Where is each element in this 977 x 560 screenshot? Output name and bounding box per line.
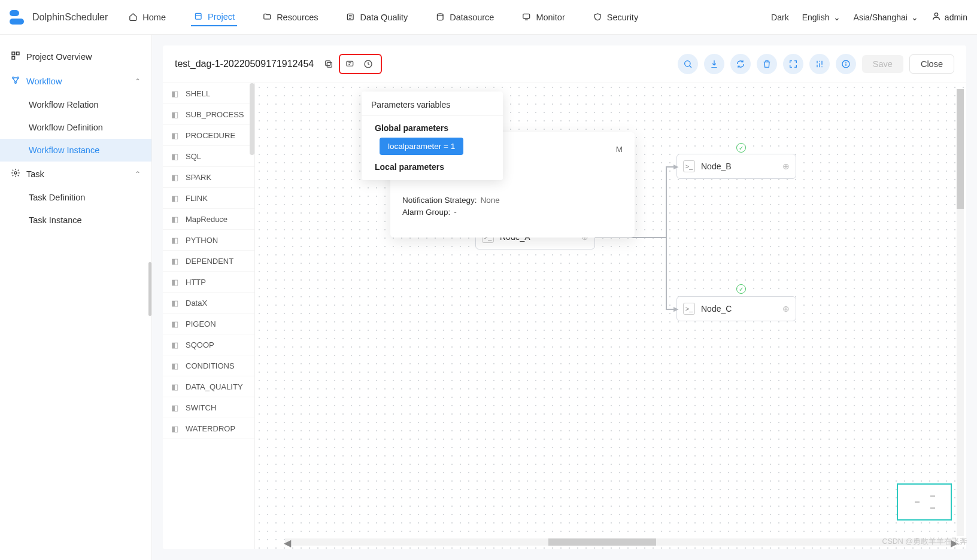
nav-data-quality[interactable]: Data Quality bbox=[343, 8, 410, 26]
palette-http[interactable]: ◧HTTP bbox=[163, 272, 254, 293]
global-param-chip[interactable]: localparameter = 1 bbox=[380, 138, 463, 155]
task-type-icon: ◧ bbox=[170, 256, 180, 266]
svg-point-22 bbox=[846, 62, 846, 63]
schedule-icon[interactable] bbox=[360, 56, 376, 72]
nav-datasource[interactable]: Datasource bbox=[433, 8, 496, 26]
parameters-icon[interactable] bbox=[342, 56, 358, 72]
palette-procedure[interactable]: ◧PROCEDURE bbox=[163, 125, 254, 146]
home-icon bbox=[128, 13, 138, 22]
language-select[interactable]: English ⌄ bbox=[802, 13, 841, 22]
svg-point-18 bbox=[685, 61, 690, 66]
timezone-select[interactable]: Asia/Shanghai ⌄ bbox=[854, 13, 918, 22]
arrow-icon: ▶ bbox=[673, 305, 678, 313]
save-button[interactable]: Save bbox=[862, 55, 903, 73]
nav-security[interactable]: Security bbox=[590, 8, 641, 26]
close-button[interactable]: Close bbox=[909, 54, 954, 74]
palette-data_quality[interactable]: ◧DATA_QUALITY bbox=[163, 376, 254, 397]
alarm-label: Alarm Group: bbox=[402, 208, 450, 217]
plus-icon[interactable]: ⊕ bbox=[782, 304, 790, 314]
palette-dependent[interactable]: ◧DEPENDENT bbox=[163, 251, 254, 272]
shell-task-icon: >_ bbox=[683, 160, 695, 172]
sidebar-project-overview[interactable]: Project Overview bbox=[0, 44, 151, 69]
info-suffix: M bbox=[616, 145, 623, 154]
task-type-icon: ◧ bbox=[170, 130, 180, 140]
task-type-icon: ◧ bbox=[170, 361, 180, 370]
canvas-hscroll[interactable]: ◀▶ bbox=[285, 538, 957, 546]
palette-switch[interactable]: ◧SWITCH bbox=[163, 397, 254, 418]
sidebar-task-definition[interactable]: Task Definition bbox=[0, 186, 151, 209]
svg-rect-16 bbox=[347, 61, 353, 66]
dolphin-logo-icon bbox=[10, 10, 28, 25]
task-type-icon: ◧ bbox=[170, 319, 180, 328]
search-button[interactable] bbox=[678, 54, 698, 74]
nav-project[interactable]: Project bbox=[191, 8, 237, 26]
notify-label: Notification Strategy: bbox=[402, 196, 477, 205]
user-icon bbox=[932, 11, 941, 23]
popup-title: Parameters variables bbox=[362, 100, 503, 116]
svg-point-13 bbox=[14, 172, 17, 174]
delete-button[interactable] bbox=[757, 54, 777, 74]
plus-icon[interactable]: ⊕ bbox=[782, 162, 790, 171]
dag-node-b[interactable]: >_ Node_B ⊕ bbox=[676, 154, 796, 179]
sidebar-workflow-definition[interactable]: Workflow Definition bbox=[0, 116, 151, 139]
nav-resources[interactable]: Resources bbox=[260, 8, 320, 26]
download-button[interactable] bbox=[704, 54, 724, 74]
nav-home[interactable]: Home bbox=[126, 8, 168, 26]
palette-waterdrop[interactable]: ◧WATERDROP bbox=[163, 418, 254, 439]
sidebar-workflow-relation[interactable]: Workflow Relation bbox=[0, 93, 151, 116]
svg-point-10 bbox=[13, 77, 14, 79]
svg-rect-15 bbox=[326, 61, 330, 66]
copy-icon[interactable] bbox=[321, 56, 336, 72]
top-nav: Home Project Resources Data Quality Data… bbox=[126, 8, 771, 26]
refresh-button[interactable] bbox=[730, 54, 751, 74]
task-type-icon: ◧ bbox=[170, 109, 180, 119]
dag-node-c[interactable]: >_ Node_C ⊕ bbox=[676, 296, 796, 321]
palette-shell[interactable]: ◧SHELL bbox=[163, 83, 254, 104]
app-name: DolphinScheduler bbox=[32, 12, 108, 23]
watermark: CSDN @勇敢羊羊在飞奔 bbox=[882, 537, 967, 547]
monitor-icon bbox=[521, 13, 531, 22]
task-type-icon: ◧ bbox=[170, 214, 180, 224]
palette-python[interactable]: ◧PYTHON bbox=[163, 230, 254, 251]
header-right: Dark English ⌄ Asia/Shanghai ⌄ admin bbox=[771, 11, 967, 23]
task-type-icon: ◧ bbox=[170, 340, 180, 349]
dag-canvas[interactable]: M Notification Strategy:None Alarm Group… bbox=[255, 83, 966, 549]
toolbar-highlighted-buttons bbox=[339, 54, 382, 74]
sidebar-workflow-instance[interactable]: Workflow Instance bbox=[0, 139, 151, 162]
canvas-vscroll[interactable] bbox=[957, 89, 964, 536]
workspace: ◧SHELL◧SUB_PROCESS◧PROCEDURE◧SQL◧SPARK◧F… bbox=[163, 83, 966, 549]
svg-line-19 bbox=[690, 66, 691, 68]
sidebar-task-instance[interactable]: Task Instance bbox=[0, 209, 151, 232]
sidebar-workflow[interactable]: Workflow ⌃ bbox=[0, 69, 151, 93]
palette-datax[interactable]: ◧DataX bbox=[163, 293, 254, 314]
theme-toggle[interactable]: Dark bbox=[771, 13, 789, 22]
palette-flink[interactable]: ◧FLINK bbox=[163, 188, 254, 209]
fullscreen-button[interactable] bbox=[783, 54, 803, 74]
palette-sqoop[interactable]: ◧SQOOP bbox=[163, 334, 254, 355]
svg-point-3 bbox=[437, 14, 443, 16]
palette-sub_process[interactable]: ◧SUB_PROCESS bbox=[163, 104, 254, 125]
local-params-heading: Local parameters bbox=[362, 155, 503, 176]
sidebar-scrollbar[interactable] bbox=[148, 262, 151, 316]
palette-conditions[interactable]: ◧CONDITIONS bbox=[163, 355, 254, 376]
sidebar-task[interactable]: Task ⌃ bbox=[0, 162, 151, 186]
format-button[interactable] bbox=[809, 54, 830, 74]
app-logo[interactable]: DolphinScheduler bbox=[10, 10, 108, 25]
palette-pigeon[interactable]: ◧PIGEON bbox=[163, 314, 254, 334]
task-type-icon: ◧ bbox=[170, 193, 180, 203]
toolbar-right: Save Close bbox=[678, 54, 954, 74]
nav-monitor[interactable]: Monitor bbox=[519, 8, 567, 26]
main-layout: Project Overview Workflow ⌃ Workflow Rel… bbox=[0, 35, 977, 560]
minimap[interactable] bbox=[897, 483, 952, 521]
info-button[interactable] bbox=[836, 54, 856, 74]
palette-mapreduce[interactable]: ◧MapReduce bbox=[163, 209, 254, 230]
palette-scrollbar[interactable] bbox=[250, 83, 254, 155]
palette-sql[interactable]: ◧SQL bbox=[163, 146, 254, 167]
user-menu[interactable]: admin bbox=[932, 11, 967, 23]
folder-icon bbox=[262, 13, 272, 22]
palette-spark[interactable]: ◧SPARK bbox=[163, 167, 254, 188]
svg-point-6 bbox=[934, 13, 937, 16]
svg-rect-9 bbox=[12, 56, 15, 59]
task-type-icon: ◧ bbox=[170, 172, 180, 182]
notify-value: None bbox=[481, 196, 500, 205]
